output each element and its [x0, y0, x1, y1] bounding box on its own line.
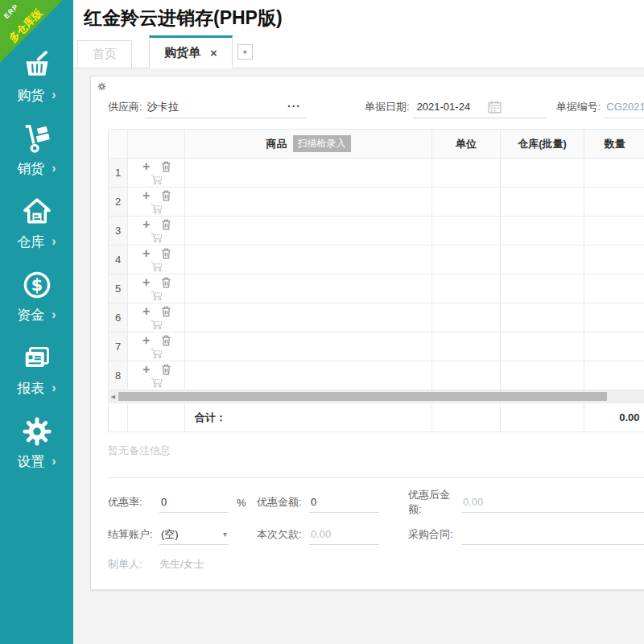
quantity-cell[interactable] [584, 246, 644, 275]
tab-list-dropdown-button[interactable]: ▾ [237, 44, 253, 60]
supplier-label: 供应商: [108, 100, 142, 114]
contract-input[interactable] [461, 524, 644, 545]
select-product-cart-icon[interactable] [151, 233, 163, 243]
sidebar-item-label: 仓库 [17, 233, 44, 251]
sidebar-item-label: 资金 [17, 306, 44, 324]
product-cell[interactable] [185, 217, 432, 246]
unit-cell[interactable] [432, 159, 501, 188]
supplier-input[interactable]: 沙卡拉 ··· [145, 96, 306, 118]
select-product-cart-icon[interactable] [151, 378, 163, 388]
warehouse-cell[interactable] [501, 303, 584, 332]
quantity-cell[interactable] [584, 188, 644, 217]
warehouse-cell[interactable] [501, 217, 584, 246]
add-row-icon[interactable]: + [140, 160, 152, 173]
discount-amount-input[interactable]: 0 [309, 492, 379, 513]
scan-gun-input-button[interactable]: 扫描枪录入 [293, 135, 351, 152]
delete-row-icon[interactable] [160, 364, 172, 375]
sidebar-item-warehouse[interactable]: 仓库 › [0, 187, 73, 260]
add-row-icon[interactable]: + [140, 363, 152, 376]
add-row-icon[interactable]: + [140, 218, 152, 231]
warehouse-cell[interactable] [501, 275, 584, 303]
unit-cell[interactable] [432, 188, 501, 217]
discount-rate-input[interactable]: 0 [159, 492, 229, 513]
row-number: 2 [109, 188, 128, 217]
calendar-icon[interactable] [488, 101, 502, 114]
settle-account-select[interactable]: (空) ▾ [159, 524, 229, 545]
table-row: 2 + [109, 188, 644, 217]
add-row-icon[interactable]: + [140, 247, 152, 260]
sidebar-item-settings[interactable]: 设置 › [0, 407, 73, 480]
product-header-label: 商品 [266, 137, 287, 151]
quantity-cell[interactable] [584, 361, 644, 390]
select-product-cart-icon[interactable] [151, 320, 163, 330]
quantity-cell[interactable] [584, 303, 644, 332]
add-row-icon[interactable]: + [140, 189, 152, 202]
date-input[interactable]: 2021-01-24 [413, 96, 546, 118]
warehouse-cell[interactable] [501, 332, 584, 361]
product-cell[interactable] [185, 246, 432, 275]
delete-row-icon[interactable] [160, 161, 172, 172]
unit-cell[interactable] [432, 361, 501, 390]
quantity-cell[interactable] [584, 217, 644, 246]
row-number: 3 [109, 217, 128, 246]
sidebar-item-reports[interactable]: 报表 › [0, 333, 73, 407]
chevron-right-icon: › [52, 162, 56, 175]
delete-row-icon[interactable] [160, 219, 172, 230]
scroll-left-arrow-icon[interactable]: ◀ [108, 390, 118, 402]
row-actions: + [128, 332, 185, 361]
unit-cell[interactable] [432, 246, 501, 275]
warehouse-cell[interactable] [501, 159, 584, 188]
horizontal-scrollbar[interactable]: ◀ [108, 390, 644, 402]
sidebar-item-label: 报表 [17, 379, 44, 398]
warehouse-cell[interactable] [501, 361, 584, 390]
sidebar-item-funds[interactable]: $ 资金 › [0, 260, 73, 333]
product-cell[interactable] [185, 275, 432, 303]
select-product-cart-icon[interactable] [151, 204, 163, 214]
panel-gear-icon[interactable] [97, 81, 106, 93]
sidebar-item-sales[interactable]: 销货 › [0, 114, 73, 187]
chevron-down-icon[interactable]: ▾ [223, 530, 227, 539]
select-product-cart-icon[interactable] [151, 349, 163, 359]
delete-row-icon[interactable] [160, 248, 172, 259]
quantity-cell[interactable] [584, 332, 644, 361]
total-label: 合计： [185, 403, 432, 432]
warehouse-cell[interactable] [501, 188, 584, 217]
table-row: 1 + [109, 159, 644, 188]
add-row-icon[interactable]: + [140, 276, 152, 289]
product-cell[interactable] [185, 332, 432, 361]
delete-row-icon[interactable] [160, 190, 172, 201]
add-row-icon[interactable]: + [140, 305, 152, 318]
grid-body: 1 + [109, 159, 644, 390]
product-cell[interactable] [185, 159, 432, 188]
discount-amount-label: 优惠金额: [257, 495, 309, 510]
delete-row-icon[interactable] [160, 277, 172, 288]
remark-input[interactable]: 暂无备注信息 [108, 432, 644, 478]
supplier-lookup-button[interactable]: ··· [287, 105, 301, 109]
product-cell[interactable] [185, 303, 432, 332]
select-product-cart-icon[interactable] [151, 291, 163, 301]
chevron-right-icon: › [52, 455, 56, 468]
select-product-cart-icon[interactable] [151, 262, 163, 272]
unit-cell[interactable] [432, 332, 501, 361]
close-icon[interactable]: × [210, 46, 217, 60]
scrollbar-thumb[interactable] [118, 392, 607, 401]
add-row-icon[interactable]: + [140, 334, 152, 347]
tab-home[interactable]: 首页 [77, 40, 132, 68]
delete-row-icon[interactable] [160, 306, 172, 317]
unit-cell[interactable] [432, 303, 501, 332]
order-number-input[interactable]: CG2021 [604, 96, 644, 118]
tab-purchase-order[interactable]: 购货单 × [149, 35, 233, 68]
product-cell[interactable] [185, 361, 432, 390]
table-row: 3 + [109, 217, 644, 246]
quantity-cell[interactable] [584, 159, 644, 188]
unit-cell[interactable] [432, 275, 501, 303]
sidebar: ERP 多仓库版 购货 › [0, 0, 73, 644]
product-cell[interactable] [185, 188, 432, 217]
unit-cell[interactable] [432, 217, 501, 246]
sidebar-item-label: 设置 [17, 452, 44, 471]
warehouse-cell[interactable] [501, 246, 584, 275]
total-row: 合计： 0.00 [109, 403, 644, 432]
delete-row-icon[interactable] [160, 335, 172, 346]
select-product-cart-icon[interactable] [151, 175, 163, 185]
quantity-cell[interactable] [584, 275, 644, 303]
